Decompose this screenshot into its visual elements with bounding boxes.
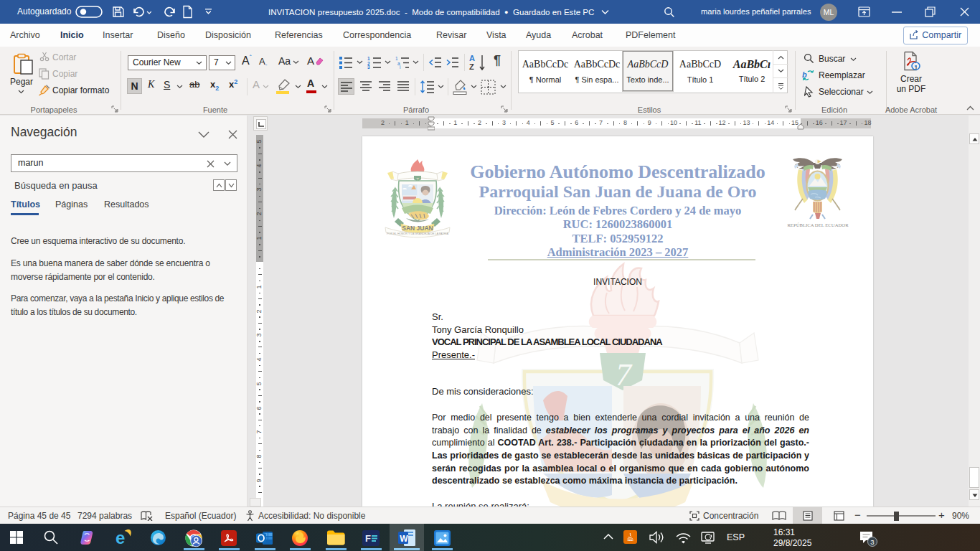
svg-text:b: b [802,70,807,79]
svg-text:F: F [365,533,371,544]
svg-text:W: W [400,534,408,544]
svg-text:3: 3 [367,65,370,69]
svg-text:e: e [116,529,125,547]
svg-text:i: i [400,65,400,69]
